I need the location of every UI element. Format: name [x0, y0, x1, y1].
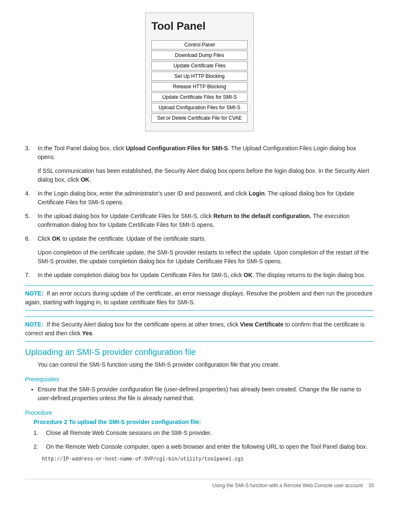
note-text-1: If an error occurs during update of the … — [25, 290, 373, 306]
main-content: Tool Panel Control Panel Download Dump F… — [25, 13, 374, 488]
btn-set-delete-cert[interactable]: Set or Delete Certificate File for CVAE — [151, 113, 248, 123]
step-7: 7. In the update completion dialog box f… — [25, 271, 374, 280]
btn-setup-http[interactable]: Set Up HTTP Blocking — [151, 72, 248, 81]
step-3-sub: If SSL communication has been establishe… — [25, 167, 374, 184]
section-heading: Uploading an SMI-S provider configuratio… — [25, 347, 374, 357]
step-6: 6. Click OK to update the certificate. U… — [25, 234, 374, 243]
btn-update-cert-smis[interactable]: Update Certificate Files for SMI-S — [151, 93, 248, 102]
btn-download-dump[interactable]: Download Dump Files — [151, 51, 248, 60]
note-label-2: NOTE: — [25, 321, 43, 328]
procedure-title: Procedure 2 To upload the SMI-S provider… — [33, 419, 374, 425]
btn-release-http[interactable]: Release HTTP Blocking — [151, 82, 248, 91]
note-label-1: NOTE: — [25, 290, 43, 297]
proc-step-1: 1. Close all Remote Web Console sessions… — [33, 429, 374, 437]
proc-step-2-text: On the Remote Web Console computer, open… — [46, 442, 374, 451]
btn-control-panel[interactable]: Control Panel — [151, 40, 248, 49]
step-4: 4. In the Login dialog box, enter the ad… — [25, 189, 374, 207]
btn-upload-config-smis[interactable]: Upload Configuration Files for SMI-S — [151, 103, 248, 112]
page-footer: Using the SMI-S function with a Remote W… — [25, 479, 374, 488]
step-3: 3. In the Tool Panel dialog box, click U… — [25, 144, 374, 162]
url-code: http://IP-address-or-host-name-of-SVP/cg… — [42, 456, 374, 462]
note-text-2: If the Security Alert dialog box for the… — [25, 321, 365, 337]
btn-update-cert[interactable]: Update Certificate Files — [151, 61, 248, 70]
note-1: NOTE:If an error occurs during update of… — [25, 285, 374, 311]
tool-panel-title: Tool Panel — [151, 20, 248, 33]
steps-list: 3. In the Tool Panel dialog box, click U… — [25, 144, 374, 280]
intro-text: You can control the SMI-S function using… — [38, 360, 374, 369]
tool-panel-box: Tool Panel Control Panel Download Dump F… — [145, 13, 254, 131]
prerequisite-item-1: Ensure that the SMI-S provider configura… — [38, 385, 374, 403]
step-5: 5. In the upload dialog box for Update C… — [25, 212, 374, 229]
step-6-sub: Upon completion of the certificate updat… — [25, 248, 374, 266]
procedure-heading: Procedure — [25, 409, 374, 416]
proc-step-2: 2. On the Remote Web Console computer, o… — [33, 442, 374, 451]
tool-panel-buttons: Control Panel Download Dump Files Update… — [151, 40, 248, 123]
footer-text: Using the SMI-S function with a Remote W… — [212, 483, 363, 488]
footer-page-num: 33 — [368, 483, 374, 488]
prerequisites-heading: Prerequisites — [25, 376, 374, 383]
proc-step-1-text: Close all Remote Web Console sessions on… — [46, 429, 374, 437]
prerequisites-list: Ensure that the SMI-S provider configura… — [25, 385, 374, 403]
procedure-steps-list: 1. Close all Remote Web Console sessions… — [33, 429, 374, 451]
note-2: NOTE:If the Security Alert dialog box fo… — [25, 316, 374, 342]
procedure-steps: 1. Close all Remote Web Console sessions… — [33, 429, 374, 462]
